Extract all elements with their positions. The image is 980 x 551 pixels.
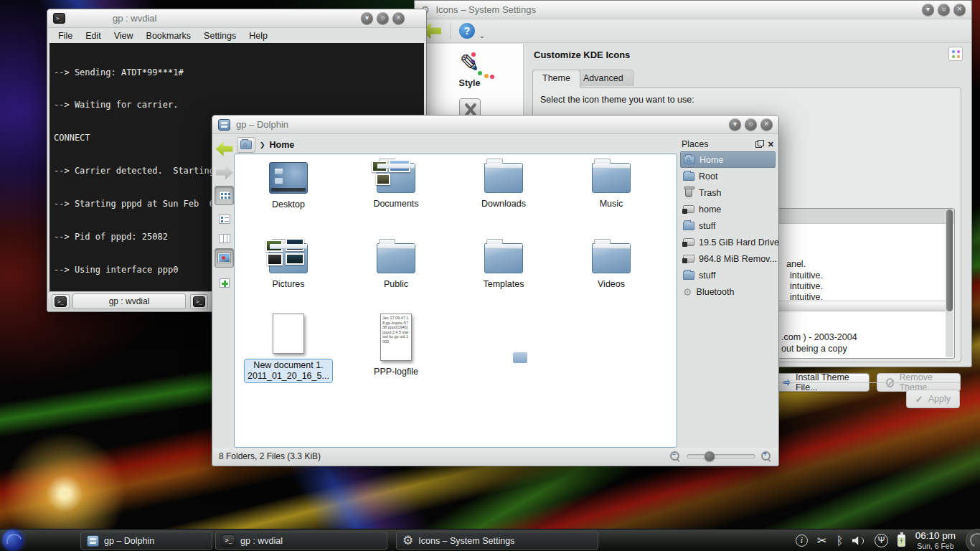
clock-time: 06:10 pm (915, 531, 956, 541)
maximize-button[interactable]: ○ (745, 118, 757, 131)
thumbnail-artifact (513, 352, 527, 363)
places-item-stuff-2[interactable]: stuff (680, 267, 776, 283)
places-item-removable[interactable]: 964.8 MiB Remov... (680, 250, 776, 267)
places-close-icon[interactable]: ✕ (768, 140, 774, 149)
grid-item-documents[interactable]: Documents (349, 159, 443, 209)
folder-icon (683, 271, 694, 280)
places-item-stuff[interactable]: stuff (680, 217, 776, 234)
chevron-down-icon[interactable]: ⌄ (479, 32, 485, 39)
dolphin-titlebar[interactable]: gp – Dolphin ▾ ○ × (212, 116, 778, 134)
close-button[interactable]: × (760, 118, 773, 131)
konsole-titlebar[interactable]: >_ gp : wvdial ▾ ○ × (47, 9, 426, 28)
grid-item-templates[interactable]: Templates (457, 239, 550, 290)
grid-item-downloads[interactable]: Downloads (457, 159, 550, 209)
close-button[interactable]: × (392, 12, 405, 24)
system-settings-toolbar: ? ⌄ (415, 19, 971, 43)
taskbar: gp – Dolphin >_ gp : wvdial ⚙ Icons – Sy… (0, 529, 980, 551)
home-button[interactable]: ⌂ (237, 137, 255, 153)
task-system-settings[interactable]: ⚙ Icons – System Settings (396, 532, 598, 550)
tab-gp-wvdial[interactable]: gp : wvdial (72, 293, 186, 309)
launcher-icon[interactable] (2, 529, 24, 551)
file-view[interactable]: Desktop Documents Downloads Music (234, 154, 677, 448)
maximize-button[interactable]: ○ (377, 12, 389, 24)
menu-view[interactable]: View (108, 29, 140, 42)
clock[interactable]: 06:10 pm Sun, 6 Feb (915, 531, 956, 551)
task-dolphin[interactable]: gp – Dolphin (80, 532, 212, 550)
places-item-home-partition[interactable]: home (680, 201, 776, 217)
system-settings-titlebar[interactable]: ⚙ Icons – System Settings ▾ ○ × (415, 1, 971, 19)
new-tab-button[interactable]: >_ (52, 294, 70, 309)
places-item-trash[interactable]: Trash (680, 184, 776, 201)
document-icon (273, 314, 304, 354)
help-button[interactable]: ? (459, 23, 475, 39)
places-header[interactable]: Places ✕ (680, 137, 776, 151)
drive-icon (683, 255, 694, 263)
scrollbar-thumb[interactable] (946, 209, 953, 311)
volume-tray-icon[interactable] (852, 535, 865, 547)
forward-button[interactable] (215, 163, 234, 182)
minimize-button[interactable]: ▾ (922, 4, 934, 16)
icon-view-toggle[interactable] (948, 47, 963, 61)
dolphin-icon (87, 535, 99, 547)
task-wvdial[interactable]: >_ gp : wvdial (215, 532, 387, 550)
grid-item-public[interactable]: Public (349, 239, 443, 290)
sidebar-item-style[interactable]: ✎ Style (416, 44, 523, 88)
logfile-icon: Jan 17 09:47:18 gp-Aspire-5738 pppd[1946… (380, 314, 412, 361)
preview-toggle-button[interactable] (215, 248, 234, 268)
split-view-button[interactable] (215, 273, 234, 293)
back-button[interactable] (215, 139, 234, 159)
tab-theme[interactable]: Theme (532, 70, 580, 88)
window-title: gp : wvdial (113, 13, 156, 24)
breadcrumb-home[interactable]: Home (270, 140, 295, 150)
zoom-slider[interactable] (687, 454, 755, 458)
menu-edit[interactable]: Edit (79, 29, 108, 42)
tab-list-button[interactable]: >_ (190, 294, 208, 309)
apply-button[interactable]: ✓ Apply (906, 390, 960, 408)
menu-help[interactable]: Help (242, 29, 274, 42)
icons-view-button[interactable] (215, 186, 234, 205)
home-icon: ⌂ (240, 141, 252, 149)
gear-icon: ⚙ (402, 533, 413, 548)
clipboard-tray-icon[interactable]: ✂ (817, 529, 826, 551)
minimize-button[interactable]: ▾ (361, 12, 373, 24)
theme-list-fragment: intuitive. (790, 270, 823, 281)
maximize-button[interactable]: ○ (938, 4, 950, 16)
battery-tray-icon[interactable] (897, 534, 905, 547)
tab-advanced[interactable]: Advanced (573, 70, 633, 86)
places-item-root[interactable]: Root (680, 168, 776, 184)
zoom-slider-handle[interactable] (705, 451, 715, 461)
sidebar-item-label: Style (416, 78, 523, 88)
panel-cashew[interactable] (966, 529, 980, 551)
gear-icon: ⚙ (683, 287, 692, 297)
columns-view-button[interactable] (215, 229, 234, 248)
window-dolphin[interactable]: gp – Dolphin ▾ ○ × ⌂ ❯ Home (212, 115, 779, 466)
terminal-icon: >_ (193, 296, 205, 307)
file-ppp-logfile[interactable]: Jan 17 09:47:18 gp-Aspire-5738 pppd[1946… (349, 314, 443, 377)
pictures-folder-icon (269, 243, 308, 273)
places-item-hard-drive[interactable]: 19.5 GiB Hard Drive (680, 234, 776, 250)
grid-item-music[interactable]: Music (565, 159, 658, 209)
file-newdoc[interactable]: New document 1. 2011_01_20_16_5... (242, 314, 335, 383)
zoom-in-button[interactable]: + (761, 451, 772, 462)
grid-item-videos[interactable]: Videos (565, 239, 658, 290)
scrollbar[interactable] (946, 209, 953, 357)
usb-tray-icon[interactable]: Ψ (875, 534, 888, 547)
zoom-out-button[interactable]: − (670, 451, 681, 462)
menu-bookmarks[interactable]: Bookmarks (140, 29, 198, 42)
status-bar: 8 Folders, 2 Files (3.3 KiB) − + (213, 448, 778, 465)
view-toolbar (214, 137, 235, 447)
info-tray-icon[interactable]: i (796, 534, 808, 547)
places-detach-icon[interactable] (755, 141, 762, 148)
places-item-bluetooth[interactable]: ⚙ Bluetooth (680, 283, 776, 300)
grid-item-desktop[interactable]: Desktop (242, 159, 335, 210)
details-view-button[interactable] (215, 209, 234, 229)
minimize-button[interactable]: ▾ (729, 118, 741, 131)
grid-item-pictures[interactable]: Pictures (242, 239, 335, 290)
close-button[interactable]: × (953, 4, 966, 16)
places-item-home[interactable]: ⌂ Home (680, 151, 776, 168)
menu-file[interactable]: File (52, 29, 79, 42)
terminal-line: --> Sending: ATDT*99***1# (54, 67, 420, 78)
page-title: Customize KDE Icons (534, 50, 630, 60)
menu-settings[interactable]: Settings (197, 29, 242, 42)
bluetooth-tray-icon[interactable]: ᛒ (836, 529, 843, 551)
